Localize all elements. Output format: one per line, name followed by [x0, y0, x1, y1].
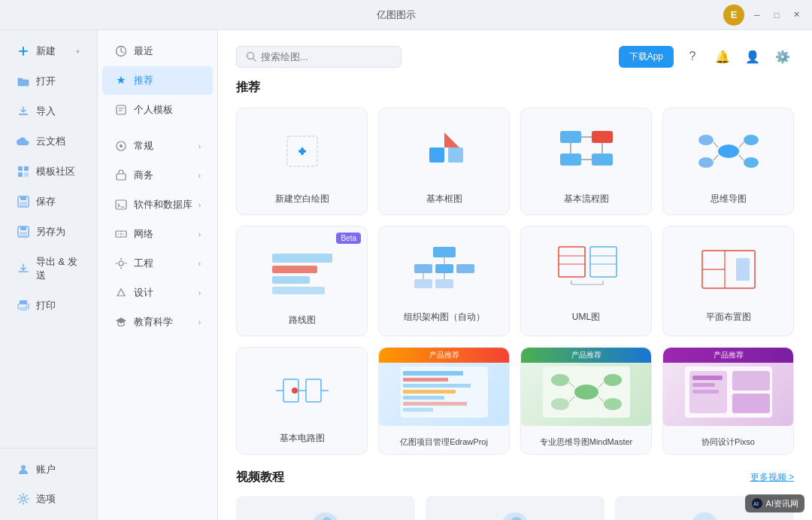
product-preview — [663, 358, 793, 426]
svg-point-17 — [21, 465, 26, 470]
sidebar-item-template[interactable]: 模板社区 — [5, 157, 92, 186]
app-title: 亿图图示 — [69, 8, 723, 22]
folder-icon — [17, 75, 30, 88]
template-grid: 新建空白绘图 基本框图 — [236, 108, 794, 455]
mid-nav-general[interactable]: 常规 › — [102, 132, 213, 160]
sidebar-item-open[interactable]: 打开 — [5, 67, 92, 96]
sidebar-item-new[interactable]: 新建 + — [5, 37, 92, 65]
template-card-uml[interactable]: UML图 — [520, 226, 652, 336]
template-card-basic-flow[interactable]: 基本流程图 — [520, 108, 652, 215]
sidebar-item-print[interactable]: 打印 — [5, 291, 92, 320]
settings-button[interactable]: ⚙️ — [771, 45, 794, 68]
business-icon — [114, 169, 128, 182]
mid-nav-recent[interactable]: 最近 — [102, 37, 213, 65]
svg-rect-87 — [403, 396, 444, 400]
download-app-button[interactable]: 下载App — [619, 46, 674, 68]
svg-rect-54 — [272, 276, 310, 284]
video-card-1[interactable] — [236, 496, 415, 520]
template-card-basic-frame[interactable]: 基本框图 — [378, 108, 510, 215]
svg-line-28 — [253, 59, 256, 62]
product-preview — [521, 358, 651, 426]
network-icon — [114, 227, 128, 241]
maximize-button[interactable]: □ — [770, 8, 783, 22]
close-button[interactable]: ✕ — [789, 8, 803, 22]
network-label: 网络 — [134, 227, 153, 241]
video-card-2[interactable] — [426, 496, 604, 520]
general-label: 常规 — [134, 139, 153, 153]
svg-rect-89 — [403, 408, 433, 412]
mid-nav-business[interactable]: 商务 › — [102, 161, 213, 190]
svg-rect-23 — [117, 174, 126, 180]
svg-point-46 — [744, 135, 759, 145]
card-preview — [672, 117, 784, 185]
video-section-header: 视频教程 更多视频 > — [236, 470, 794, 485]
export-label: 导出 & 发送 — [36, 255, 80, 282]
svg-point-18 — [22, 497, 26, 501]
mid-nav-design[interactable]: 设计 › — [102, 278, 213, 307]
recommend-label: 推荐 — [134, 74, 153, 87]
svg-point-44 — [698, 135, 714, 145]
mid-nav-recommend[interactable]: 推荐 — [102, 66, 213, 95]
card-preview — [530, 236, 642, 303]
svg-rect-63 — [414, 279, 432, 288]
account-icon — [17, 463, 30, 476]
sidebar-item-account[interactable]: 账户 — [5, 455, 92, 484]
mid-nav-software[interactable]: 软件和数据库 › — [102, 190, 213, 219]
template-card-mind-map[interactable]: 思维导图 — [662, 108, 794, 215]
card-label: 思维导图 — [710, 193, 747, 205]
star-icon — [114, 74, 128, 87]
mid-nav-personal[interactable]: 个人模板 — [102, 96, 213, 124]
svg-rect-68 — [590, 247, 617, 277]
svg-rect-102 — [732, 371, 770, 391]
product-badge: 产品推荐 — [379, 348, 509, 363]
design-icon — [114, 286, 128, 300]
user-avatar[interactable]: E — [723, 5, 744, 26]
mid-nav-engineering[interactable]: 工程 › — [102, 249, 213, 278]
sidebar-bottom: 账户 选项 — [0, 448, 97, 514]
main-layout: 新建 + 打开 导入 云文档 模板社区 — [0, 30, 812, 520]
user-button[interactable]: 👤 — [741, 45, 764, 68]
svg-rect-2 — [19, 114, 28, 115]
product-preview — [379, 358, 509, 426]
card-label: 协同设计Pixso — [697, 433, 759, 454]
search-input[interactable] — [261, 51, 381, 62]
chevron-icon: › — [198, 172, 201, 180]
svg-rect-55 — [272, 287, 325, 294]
svg-rect-56 — [433, 247, 456, 257]
search-icon — [246, 51, 256, 62]
sidebar-item-save[interactable]: 保存 — [5, 187, 92, 216]
template-card-org-chart[interactable]: 组织架构图（自动） — [378, 226, 510, 336]
template-card-pixso[interactable]: 产品推荐 协同设计Pixso — [662, 347, 794, 455]
bell-button[interactable]: 🔔 — [711, 45, 734, 68]
sidebar-item-import[interactable]: 导入 — [5, 97, 92, 126]
svg-point-91 — [574, 385, 598, 400]
question-button[interactable]: ? — [681, 45, 704, 68]
engineering-label: 工程 — [134, 257, 153, 270]
svg-rect-105 — [692, 383, 715, 387]
template-card-edraw-proj[interactable]: 产品推荐 亿图项目管理EdrawProj — [378, 347, 510, 455]
software-label: 软件和数据库 — [134, 198, 192, 211]
minimize-button[interactable]: ─ — [750, 8, 764, 22]
sidebar-item-saveas[interactable]: 另存为 — [5, 217, 92, 246]
template-card-route[interactable]: Beta 路线图 — [236, 226, 368, 336]
sidebar-item-cloud[interactable]: 云文档 — [5, 127, 92, 156]
svg-line-48 — [714, 142, 718, 147]
card-label: 组织架构图（自动） — [404, 311, 485, 324]
svg-rect-31 — [301, 147, 304, 155]
mid-nav-education[interactable]: 教育科学 › — [102, 308, 213, 336]
account-label: 账户 — [36, 463, 56, 476]
svg-rect-83 — [403, 371, 463, 376]
svg-rect-64 — [435, 279, 453, 288]
search-box[interactable] — [236, 46, 401, 68]
template-card-circuit[interactable]: 基本电路图 — [236, 347, 368, 455]
sidebar-item-settings[interactable]: 选项 — [5, 485, 92, 513]
template-card-mindmaster[interactable]: 产品推荐 专业思维导图MindMaster — [520, 347, 652, 455]
mid-nav-network[interactable]: 网络 › — [102, 220, 213, 248]
sidebar-item-export[interactable]: 导出 & 发送 — [5, 248, 92, 290]
design-label: 设计 — [134, 286, 153, 300]
template-card-new-blank[interactable]: 新建空白绘图 — [236, 108, 368, 215]
video-more-link[interactable]: 更多视频 > — [750, 471, 794, 484]
svg-line-49 — [714, 155, 718, 160]
template-card-floor-plan[interactable]: 平面布置图 — [662, 226, 794, 336]
video-title: 视频教程 — [236, 470, 284, 485]
